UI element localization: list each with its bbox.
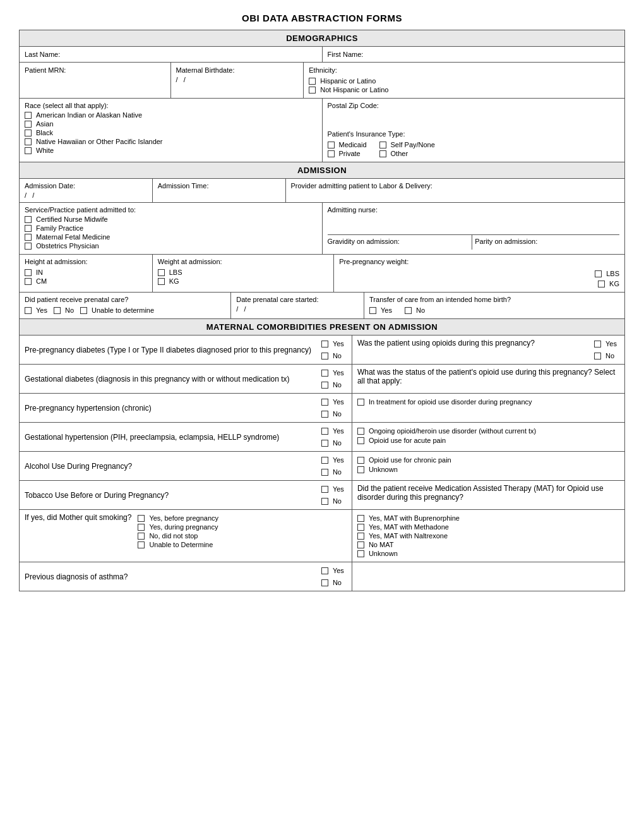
hispanic-checkbox[interactable] — [309, 78, 316, 85]
mrn-label: Patient MRN: — [25, 66, 66, 74]
tobacco-yes-cb[interactable] — [321, 486, 328, 493]
race-cb-1[interactable] — [25, 112, 32, 119]
diabetes-no-cb[interactable] — [321, 353, 328, 360]
family-practice-cb[interactable] — [25, 225, 32, 232]
mat-naltrexone-cb[interactable] — [357, 533, 364, 540]
opioid-no-cb[interactable] — [594, 353, 601, 360]
asthma-no: No — [321, 579, 347, 586]
tobacco-cell: Tobacco Use Before or During Pregnancy? … — [20, 481, 352, 509]
private-label: Private — [339, 150, 361, 157]
cnm-cb[interactable] — [25, 216, 32, 223]
quit-during-cb[interactable] — [138, 524, 145, 531]
opioid-unknown-cb[interactable] — [357, 466, 364, 473]
quit-during-label: Yes, during pregnancy — [149, 523, 218, 531]
acute-pain-option: Opioid use for acute pain — [357, 437, 619, 444]
weight-label: Weight at admission: — [158, 258, 328, 265]
prenatal-yes-label: Yes — [36, 306, 47, 314]
race-label-2: Asian — [36, 120, 54, 128]
lbs-cb[interactable] — [158, 269, 165, 276]
no-stop-label: No, did not stop — [149, 532, 198, 540]
transfer-no-cb[interactable] — [405, 307, 412, 314]
selfpay-cb[interactable] — [379, 142, 386, 148]
gest-htn-no-cb[interactable] — [321, 440, 328, 447]
cm-cb[interactable] — [25, 278, 32, 285]
prenatal-unable-cb[interactable] — [80, 307, 87, 314]
race-cb-4[interactable] — [25, 138, 32, 145]
diabetes-yes: Yes — [321, 340, 347, 348]
alcohol-no-cb[interactable] — [321, 469, 328, 476]
comorbidity-row-7: If yes, did Mother quit smoking? Yes, be… — [20, 510, 624, 562]
no-mat-cb[interactable] — [357, 541, 364, 548]
quit-before-cb[interactable] — [138, 515, 145, 522]
alcohol-yes-cb[interactable] — [321, 457, 328, 464]
ob-cb[interactable] — [25, 243, 32, 250]
gest-htn-yn: Yes No — [321, 426, 347, 448]
mat-methadone-cb[interactable] — [357, 524, 364, 531]
race-cb-5[interactable] — [25, 147, 32, 154]
asthma-no-cb[interactable] — [321, 579, 328, 586]
prepreg-lbs-cb[interactable] — [595, 270, 602, 277]
unable-determine-cb[interactable] — [138, 541, 145, 548]
race-label: Race (select all that apply): — [25, 102, 317, 109]
private-option: Private — [328, 150, 367, 157]
comorbidities-header: MATERNAL COMORBIDITIES PRESENT ON ADMISS… — [20, 319, 624, 335]
kg-label: KG — [169, 277, 179, 285]
mrn-cell: Patient MRN: — [20, 63, 171, 98]
height-cell: Height at admission: IN CM — [20, 255, 153, 292]
gest-diabetes-no-cb[interactable] — [321, 382, 328, 389]
acute-pain-cb[interactable] — [357, 437, 364, 444]
prenatal-yes-cb[interactable] — [25, 307, 32, 314]
prepreg-htn-no-cb[interactable] — [321, 411, 328, 418]
mat-buprenorphine-cb[interactable] — [357, 515, 364, 522]
prenatal-yes: Yes — [25, 306, 47, 314]
prepreg-kg-label: KG — [609, 280, 619, 287]
no-stop-cb[interactable] — [138, 533, 145, 540]
asthma-yes: Yes — [321, 567, 347, 574]
tobacco-no-cb[interactable] — [321, 498, 328, 505]
gest-diabetes-yes-cb[interactable] — [321, 370, 328, 377]
in-treatment-cell: In treatment for opioid use disorder dur… — [352, 394, 624, 422]
diabetes-yes-cb[interactable] — [321, 341, 328, 348]
other-cb[interactable] — [379, 150, 386, 157]
asthma-yes-cb[interactable] — [321, 567, 328, 574]
insurance-label: Patient's Insurance Type: — [328, 130, 620, 138]
demographics-header: DEMOGRAPHICS — [20, 30, 624, 47]
transfer-label: Transfer of care from an intended home b… — [369, 296, 619, 303]
prepreg-htn-yes-cb[interactable] — [321, 399, 328, 406]
race-cb-2[interactable] — [25, 121, 32, 128]
insurance-col2: Self Pay/None Other — [379, 140, 435, 159]
chronic-pain-cb[interactable] — [357, 457, 364, 464]
prenatal-unable-label: Unable to determine — [92, 306, 154, 314]
family-practice-label: Family Practice — [36, 224, 83, 232]
chronic-pain-option: Opioid use for chronic pain — [357, 456, 619, 464]
service-label: Service/Practice patient admitted to: — [25, 206, 317, 214]
comorbidity-row-1: Pre-pregnancy diabetes (Type I or Type I… — [20, 335, 624, 365]
opioid-unknown-label: Unknown — [369, 466, 398, 473]
opioid-yes-cb[interactable] — [594, 341, 601, 348]
prenatal-no-cb[interactable] — [54, 307, 61, 314]
gest-htn-yes-cb[interactable] — [321, 428, 328, 435]
service-cell: Service/Practice patient admitted to: Ce… — [20, 203, 323, 254]
birthdate-cell: Maternal Birthdate: / / — [171, 63, 304, 98]
mat-unknown-label: Unknown — [369, 550, 398, 557]
race-cb-3[interactable] — [25, 130, 32, 136]
mat-unknown-cb[interactable] — [357, 550, 364, 557]
medicaid-cb[interactable] — [328, 142, 335, 148]
admission-date-label: Admission Date: — [25, 182, 147, 190]
not-hispanic-checkbox[interactable] — [309, 87, 316, 94]
admission-date-cell: Admission Date: / / — [20, 179, 153, 202]
private-cb[interactable] — [328, 150, 335, 157]
transfer-yes-cb[interactable] — [369, 307, 376, 314]
ongoing-opioid-cb[interactable] — [357, 428, 364, 435]
mfm-cb[interactable] — [25, 234, 32, 241]
in-treatment-cb[interactable] — [357, 399, 364, 406]
weight-cell: Weight at admission: LBS KG — [153, 255, 334, 292]
diabetes-cell: Pre-pregnancy diabetes (Type I or Type I… — [20, 335, 352, 364]
kg-cb[interactable] — [158, 278, 165, 285]
no-mat-label: No MAT — [369, 541, 394, 548]
birthdate-slash: / / — [176, 76, 299, 83]
prepreg-kg-cb[interactable] — [598, 281, 605, 287]
hispanic-label: Hispanic or Latino — [320, 77, 376, 85]
in-cb[interactable] — [25, 269, 32, 276]
selfpay-label: Self Pay/None — [391, 141, 435, 148]
